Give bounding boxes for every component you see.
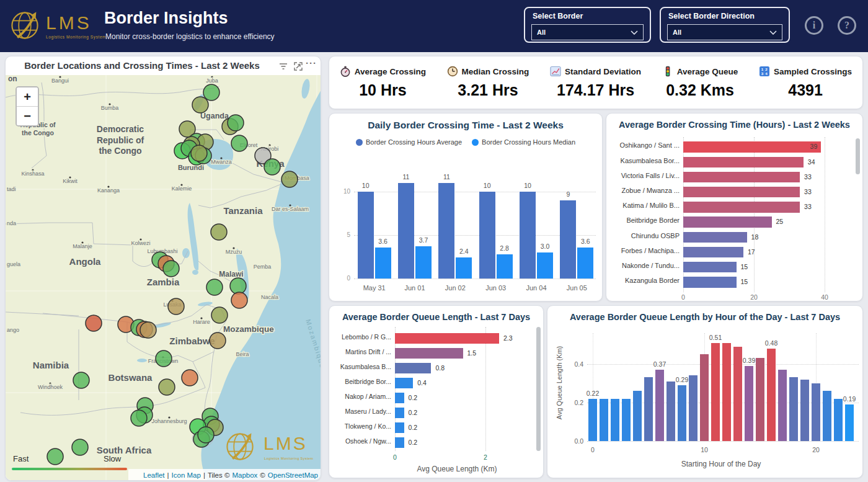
map-canvas[interactable]: onRepublic ofthe CongoDemocraticRepublic… [6, 75, 321, 481]
bar-median[interactable] [375, 248, 391, 279]
map-marker[interactable] [264, 159, 280, 175]
map-marker[interactable] [206, 279, 223, 295]
bar[interactable] [812, 383, 820, 441]
bar[interactable] [845, 404, 854, 441]
bar[interactable] [800, 380, 809, 441]
bar[interactable] [683, 277, 737, 288]
bar[interactable] [700, 354, 709, 441]
map-marker[interactable] [192, 97, 208, 113]
bar-median[interactable] [415, 246, 432, 279]
map-marker[interactable] [163, 261, 179, 277]
bar[interactable] [622, 399, 631, 441]
bar[interactable] [633, 391, 642, 441]
map-marker[interactable] [211, 307, 228, 323]
bar[interactable] [683, 216, 772, 228]
bar-average[interactable] [438, 183, 454, 279]
city-label: Kikwit [63, 178, 78, 184]
bar-median[interactable] [497, 254, 513, 279]
bar[interactable] [745, 366, 753, 441]
bar[interactable] [683, 202, 800, 213]
mapbox-link[interactable]: Mapbox [232, 471, 257, 479]
bar[interactable] [767, 349, 776, 441]
bar-average[interactable] [358, 192, 374, 279]
map-marker[interactable] [210, 332, 226, 349]
map-marker[interactable] [131, 410, 147, 426]
info-icon[interactable]: i [805, 16, 823, 35]
filter-icon[interactable] [278, 61, 288, 71]
bar[interactable] [778, 370, 787, 441]
legend-item[interactable]: Border Crossing Hours Median [472, 138, 575, 146]
map-marker[interactable] [211, 224, 227, 240]
map-marker[interactable] [72, 439, 88, 455]
bar[interactable] [683, 247, 743, 258]
bar-median[interactable] [537, 252, 553, 279]
copyright: © [260, 471, 265, 479]
map-marker[interactable] [73, 372, 89, 388]
bar[interactable] [683, 262, 737, 273]
border-select[interactable]: All [531, 24, 644, 40]
y-tick-label: 0.2 [566, 399, 583, 406]
bar[interactable] [666, 382, 675, 441]
bar[interactable] [683, 187, 800, 198]
bar[interactable] [395, 333, 499, 344]
bar[interactable] [711, 343, 720, 441]
bar[interactable] [789, 377, 798, 441]
border-direction-select[interactable]: All [667, 24, 782, 40]
bar[interactable] [588, 399, 597, 441]
bar[interactable] [678, 385, 686, 441]
bar[interactable] [689, 375, 698, 441]
bar[interactable] [395, 437, 404, 448]
map-marker[interactable] [203, 84, 219, 100]
map-marker[interactable] [191, 145, 207, 161]
icon-map-link[interactable]: Icon Map [172, 471, 201, 479]
bar-average[interactable] [398, 183, 414, 279]
bar[interactable] [600, 399, 608, 441]
bar[interactable] [611, 399, 619, 441]
bar[interactable] [683, 172, 800, 183]
legend-dot [472, 139, 479, 146]
bar[interactable] [823, 391, 831, 441]
scrollbar-thumb[interactable] [856, 138, 860, 174]
map-marker[interactable] [231, 292, 247, 308]
bar[interactable] [722, 343, 731, 441]
map-marker[interactable] [159, 379, 175, 395]
map-marker[interactable] [228, 115, 244, 131]
bar[interactable] [395, 348, 463, 359]
bar[interactable] [395, 378, 413, 388]
bar[interactable] [395, 363, 431, 373]
legend-item[interactable]: Border Crossing Hours Average [356, 138, 462, 146]
map-marker[interactable] [198, 427, 214, 443]
map-marker[interactable] [168, 298, 184, 315]
more-options-icon[interactable]: ··· [306, 58, 317, 68]
map-marker[interactable] [86, 315, 102, 331]
bar[interactable] [834, 399, 843, 441]
map[interactable]: onRepublic ofthe CongoDemocraticRepublic… [6, 75, 321, 481]
zoom-out-button[interactable]: − [17, 106, 38, 125]
help-icon[interactable]: ? [838, 16, 856, 35]
scrollbar-thumb[interactable] [536, 327, 541, 451]
bar[interactable] [683, 157, 804, 168]
bar[interactable] [655, 370, 664, 441]
bar[interactable] [644, 377, 653, 441]
zoom-in-button[interactable]: + [17, 87, 38, 106]
bar[interactable] [395, 422, 404, 433]
bar-average[interactable] [520, 192, 536, 279]
bar-average[interactable] [479, 192, 495, 279]
map-marker[interactable] [281, 171, 298, 187]
bar[interactable] [683, 232, 747, 243]
bar[interactable] [756, 358, 764, 441]
osm-link[interactable]: OpenStreetMap [268, 471, 318, 479]
map-marker[interactable] [140, 322, 156, 338]
map-marker[interactable] [156, 350, 172, 367]
bar-median[interactable] [456, 257, 472, 279]
focus-mode-icon[interactable] [293, 61, 303, 71]
row-label: Lebombo / R G... [332, 333, 391, 341]
map-marker[interactable] [182, 370, 198, 386]
border-filter-group: Select Border All [524, 7, 651, 43]
map-marker[interactable] [231, 135, 247, 151]
bar-median[interactable] [577, 248, 593, 279]
bar[interactable] [395, 393, 404, 403]
map-marker[interactable] [230, 278, 246, 294]
bar[interactable] [395, 408, 404, 418]
leaflet-link[interactable]: Leaflet [143, 471, 165, 479]
